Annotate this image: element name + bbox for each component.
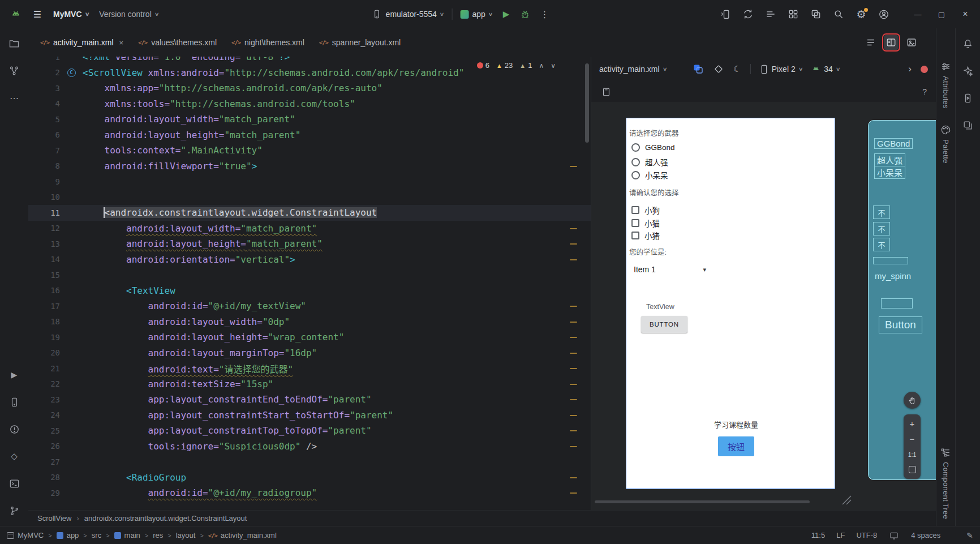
canvas-horizontal-scrollbar[interactable] (595, 500, 810, 503)
check-option-xiaogou[interactable]: 小狗 (631, 204, 660, 216)
status-path-file[interactable]: </> activity_main.xml (208, 531, 277, 539)
indent-widget[interactable]: 4 spaces (911, 531, 940, 539)
code-line[interactable]: 22 android:textSize="15sp" (28, 376, 591, 392)
code-line[interactable]: 24 app:layout_constraintStart_toStartOf=… (28, 408, 591, 423)
app-quality-insights-icon[interactable]: ◇ (8, 450, 20, 462)
code-line[interactable]: 8 android:fillViewport="true"> (28, 159, 591, 174)
run-button[interactable]: ▶ (500, 8, 512, 20)
api-level-picker[interactable]: 34 ∨ (811, 65, 840, 74)
design-mode-button[interactable] (904, 35, 919, 50)
search-everywhere-icon[interactable] (833, 8, 844, 20)
design-surface-icon[interactable] (693, 63, 704, 75)
main-menu-hamburger-icon[interactable]: ☰ (32, 8, 43, 20)
screen-reader-icon[interactable] (888, 530, 900, 541)
code-line[interactable]: 23 app:layout_constraintEnd_toEndOf="par… (28, 392, 591, 408)
run-configuration-selector[interactable]: app ∨ (460, 10, 492, 19)
night-mode-icon[interactable]: ☾ (733, 64, 741, 74)
component-tree-tool-tab[interactable]: Component Tree (940, 447, 951, 519)
editor-scrollbar[interactable] (585, 63, 589, 143)
project-tool-icon[interactable] (8, 37, 20, 50)
project-selector[interactable]: MyMVC ∨ (53, 10, 89, 19)
canvas-resize-gripper[interactable] (840, 494, 852, 505)
settings-gear-icon[interactable]: ⚙ (856, 8, 867, 20)
status-path-main[interactable]: main (114, 531, 140, 539)
cursor-position[interactable]: 11:5 (811, 531, 825, 539)
code-editor[interactable]: 1<?xml version="1.0" encoding="utf-8"?>2… (28, 57, 591, 510)
code-line[interactable]: 28 <RadioGroup (28, 470, 591, 486)
code-line[interactable]: 19 android:layout_height="wrap_content" (28, 329, 591, 345)
spinner-widget[interactable]: Item 1 ▾ (634, 265, 706, 274)
error-count[interactable]: 6 (477, 61, 489, 70)
layout-preview[interactable]: 请选择您的武器 GGBond 超人强 小呆呆 (626, 118, 835, 489)
code-line[interactable]: 21 android:text="请选择您的武器" (28, 361, 591, 376)
layout-inspector-icon[interactable] (810, 8, 822, 20)
ai-assistant-icon[interactable] (962, 65, 974, 77)
weak-warning-count[interactable]: ▲ 1 (519, 61, 532, 70)
zoom-to-fit-button[interactable] (904, 462, 921, 477)
code-line[interactable]: 29 android:id="@+id/my_radiogroup" (28, 485, 591, 501)
code-line[interactable]: 6 android:layout_height="match_parent" (28, 127, 591, 143)
collapse-panel-icon[interactable]: › (908, 63, 912, 75)
device-manager-icon[interactable] (962, 119, 974, 131)
sync-project-icon[interactable] (742, 8, 754, 20)
tab-close-icon[interactable]: × (119, 38, 124, 47)
build-variants-icon[interactable] (765, 8, 776, 20)
preview-cn-button[interactable]: 按钮 (718, 436, 754, 456)
structure-tool-icon[interactable] (8, 65, 20, 77)
status-path-project[interactable]: MyMVC (7, 531, 44, 539)
tab-values-themes-xml[interactable]: </> values\themes.xml (131, 28, 224, 57)
notifications-bell-icon[interactable] (962, 37, 974, 50)
more-tool-windows-icon[interactable]: ⋯ (8, 92, 20, 104)
blueprint-toggle-icon[interactable] (713, 63, 724, 75)
split-mode-button[interactable] (884, 35, 899, 50)
problems-tool-icon[interactable] (8, 423, 20, 435)
breadcrumb-constraintlayout[interactable]: androidx.constraintlayout.widget.Constra… (84, 514, 247, 522)
vcs-selector[interactable]: Version control ∨ (99, 10, 158, 19)
attributes-tool-tab[interactable]: Attributes (940, 61, 951, 109)
code-line[interactable]: 5 android:layout_width="match_parent" (28, 112, 591, 127)
status-path-app[interactable]: app (57, 531, 79, 539)
check-option-xiaomao[interactable]: 小猫 (631, 217, 660, 229)
status-path-src[interactable]: src (92, 531, 101, 539)
code-line[interactable]: 7 tools:context=".MainActivity" (28, 143, 591, 159)
render-errors-icon[interactable] (921, 66, 928, 73)
line-separator-widget[interactable]: LF (836, 531, 845, 539)
code-line[interactable]: 25 app:layout_constraintTop_toTopOf="par… (28, 423, 591, 439)
radio-option-chaorenqiang[interactable]: 超人强 (631, 156, 668, 168)
zoom-ratio-button[interactable]: 1:1 (904, 447, 921, 462)
code-line[interactable]: 12 android:layout_width="match_parent" (28, 221, 591, 237)
code-line[interactable]: 27 (28, 454, 591, 470)
code-mode-button[interactable] (863, 35, 878, 50)
device-picker[interactable]: Pixel 2 ∨ (760, 65, 803, 74)
terminal-tool-icon[interactable] (8, 477, 20, 490)
device-selector[interactable]: emulator-5554 ∨ (371, 8, 444, 20)
tab-activity-main-xml[interactable]: </> activity_main.xml × (33, 28, 131, 57)
minimize-button[interactable]: — (909, 10, 927, 19)
code-line[interactable]: 9 (28, 174, 591, 190)
device-streaming-icon[interactable] (720, 8, 731, 20)
help-icon[interactable]: ? (922, 87, 927, 96)
pan-tool-button[interactable] (904, 392, 921, 409)
preview-button[interactable]: BUTTON (641, 316, 687, 333)
check-option-xiaozhu[interactable]: 小猪 (631, 230, 660, 241)
tab-spanner-layout-xml[interactable]: </> spanner_layout.xml (312, 28, 408, 57)
previous-problem-icon[interactable]: ∧ (539, 62, 544, 70)
tab-night-themes-xml[interactable]: </> night\themes.xml (224, 28, 312, 57)
more-actions-icon[interactable]: ⋮ (539, 8, 550, 20)
radio-option-xiaodaidai[interactable]: 小呆呆 (631, 169, 668, 181)
zoom-out-button[interactable]: − (904, 431, 921, 447)
running-devices-icon[interactable] (962, 92, 974, 104)
scrollview-gutter-icon[interactable]: C (67, 68, 76, 77)
code-line[interactable]: 17 android:id="@+id/my_textView" (28, 298, 591, 314)
code-line[interactable]: 16 <TextView (28, 283, 591, 299)
code-line[interactable]: 13 android:layout_height="match_parent" (28, 236, 591, 252)
code-line[interactable]: 20 android:layout_marginTop="16dp" (28, 345, 591, 361)
breadcrumb-scrollview[interactable]: ScrollView (37, 514, 71, 522)
code-line[interactable]: 3 xmlns:app="http://schemas.android.com/… (28, 80, 591, 96)
zoom-in-button[interactable]: + (904, 416, 921, 431)
code-line[interactable]: 10 (28, 190, 591, 205)
inspections-widget[interactable]: 6 ▲ 23 ▲ 1 ∧ ∨ (477, 61, 556, 70)
status-path-layout[interactable]: layout (176, 531, 196, 539)
code-line[interactable]: 26 tools:ignore="Suspicious0dp" /> (28, 439, 591, 455)
debug-button[interactable] (519, 8, 531, 20)
